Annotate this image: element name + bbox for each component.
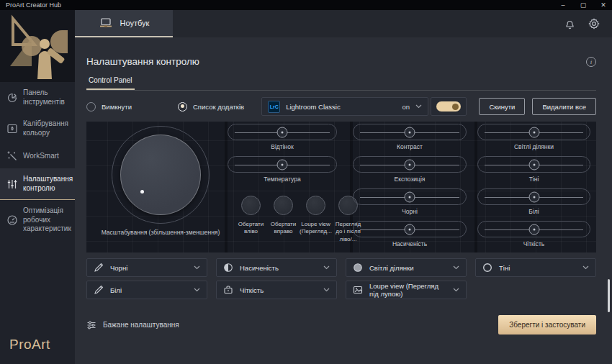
slider-handle[interactable] <box>528 159 539 170</box>
app-name: Lightroom Classic <box>286 103 341 111</box>
slider-handle[interactable] <box>528 191 539 202</box>
maximize-icon[interactable]: ▢ <box>579 1 588 9</box>
function-dropdowns: Чорні Насиченість Світлі ділянки <box>86 258 596 299</box>
controls-row: Вимкнути Список додатків LrC Lightroom C… <box>86 97 596 116</box>
sidebar-item-color-calibration[interactable]: Калібрування кольору <box>0 113 75 144</box>
radio-circle-selected-icon <box>178 102 187 112</box>
dropdown-clarity[interactable]: Чіткість <box>216 281 337 299</box>
delete-all-button[interactable]: Видалити все <box>532 98 596 115</box>
dashboard-icon <box>6 92 18 104</box>
rotate-left-button[interactable]: Обертати вліво <box>235 188 267 243</box>
sidebar-item-label: WorkSmart <box>23 152 59 161</box>
sidebar-item-worksmart[interactable]: WorkSmart <box>0 144 75 168</box>
sidebar-item-label: Панель інструментів <box>23 88 72 106</box>
sidebar: Панель інструментів Калібрування кольору… <box>0 10 75 364</box>
proart-logo: ProArt <box>0 337 75 364</box>
slider-handle[interactable] <box>405 224 415 235</box>
slider-clarity: Чіткість <box>477 221 590 248</box>
sidebar-item-label: Оптимізація робочих характеристик <box>23 206 72 234</box>
info-icon[interactable]: i <box>586 57 596 67</box>
tab-strip: Control Panel <box>86 76 596 91</box>
rotate-right-button[interactable]: Обертати вправо <box>267 188 300 243</box>
round-button-icon <box>306 196 325 215</box>
slider-exposure: Експозиція <box>353 156 467 183</box>
image-icon <box>353 285 363 295</box>
dropdown-saturation[interactable]: Насиченість <box>216 258 337 277</box>
app-selector: LrC Lightroom Classic on <box>261 97 467 116</box>
chevron-down-icon <box>415 104 422 109</box>
settings-gear-icon[interactable] <box>588 17 600 30</box>
app-enabled-toggle[interactable] <box>436 101 461 112</box>
magic-wand-icon <box>6 150 18 162</box>
sidebar-item-dashboard[interactable]: Панель інструментів <box>0 82 75 113</box>
slider-blacks: Чорні <box>353 188 467 216</box>
slider-handle[interactable] <box>277 127 288 137</box>
sidebar-item-performance[interactable]: Оптимізація робочих характеристик <box>0 200 75 240</box>
slider-column-3: Світлі ділянки Тіні Білі Чіткість <box>477 122 590 248</box>
laptop-icon <box>99 17 113 29</box>
save-apply-button[interactable]: Зберегти і застосувати <box>498 315 596 335</box>
dropdown-highlights[interactable]: Світлі ділянки <box>346 258 467 277</box>
zoom-dial[interactable] <box>120 135 201 215</box>
slider-handle[interactable] <box>405 127 415 137</box>
slider-whites: Білі <box>477 188 590 216</box>
slider-handle[interactable] <box>405 159 415 170</box>
dropdown-loupe-view[interactable]: Loupe view (Перегляд під лупою) <box>346 281 467 299</box>
loupe-view-button[interactable]: Loupe view (Перегляд... <box>300 188 332 243</box>
zoom-dial-ring <box>112 126 210 224</box>
clarity-icon <box>223 285 233 295</box>
radio-circle-icon <box>86 102 96 112</box>
highlights-icon <box>353 263 363 273</box>
slider-column-2: Контраст Експозиція Чорні Насиченість <box>353 122 467 248</box>
preferred-settings-link[interactable]: Бажане налаштування <box>86 320 179 330</box>
vertical-scrollbar[interactable] <box>608 279 610 312</box>
app-dropdown[interactable]: LrC Lightroom Classic on <box>261 97 428 116</box>
dropdown-shadows[interactable]: Тіні <box>475 258 596 277</box>
dropdown-whites[interactable]: Білі <box>86 281 207 299</box>
radio-disable[interactable]: Вимкнути <box>86 102 132 112</box>
slider-temperature: Температура <box>228 156 337 183</box>
sidebar-item-control-settings[interactable]: Налаштування контролю <box>0 168 75 200</box>
radio-app-list[interactable]: Список додатків <box>178 102 244 112</box>
slider-handle[interactable] <box>528 127 539 137</box>
dial-indicator-dot <box>140 190 144 194</box>
slider-highlights: Світлі ділянки <box>477 124 590 151</box>
chevron-down-icon <box>323 265 330 270</box>
slider-shadows: Тіні <box>477 156 590 183</box>
tab-notebook[interactable]: Ноутбук <box>75 10 173 37</box>
titlebar: ProArt Creator Hub – ▢ ✕ <box>0 0 612 10</box>
slider-handle[interactable] <box>277 159 288 170</box>
chevron-down-icon <box>194 288 200 292</box>
chevron-down-icon <box>194 265 200 270</box>
zoom-dial-label: Масштабування (збільшення-зменшення) <box>92 229 229 236</box>
notifications-bell-icon[interactable] <box>564 18 576 30</box>
faders-icon <box>6 178 18 190</box>
control-mapping-panel: Масштабування (збільшення-зменшення) Від… <box>86 122 596 252</box>
slider-handle[interactable] <box>528 224 539 235</box>
lightroom-classic-icon: LrC <box>268 101 280 113</box>
chevron-down-icon <box>453 265 459 270</box>
close-icon[interactable]: ✕ <box>599 1 608 9</box>
slider-handle[interactable] <box>405 191 415 202</box>
radio-app-list-label: Список додатків <box>193 103 244 111</box>
chevron-down-icon <box>323 288 330 292</box>
slider-column-1: Відтінок Температура <box>228 122 337 183</box>
window-title: ProArt Creator Hub <box>6 1 61 9</box>
reset-button[interactable]: Скинути <box>479 98 525 115</box>
tab-notebook-label: Ноутбук <box>120 19 150 27</box>
slider-saturation: Насиченість <box>353 221 467 248</box>
main-header: Ноутбук <box>75 10 612 37</box>
dropdown-blacks[interactable]: Чорні <box>86 258 207 277</box>
app-toggle-container <box>431 97 467 116</box>
round-button-icon <box>274 196 293 215</box>
pencil-icon <box>94 285 104 295</box>
chevron-down-icon <box>582 265 589 270</box>
tab-control-panel[interactable]: Control Panel <box>86 76 135 90</box>
minimize-icon[interactable]: – <box>559 1 567 9</box>
radio-disable-label: Вимкнути <box>102 103 132 111</box>
app-state: on <box>402 103 410 111</box>
sidebar-item-label: Налаштування контролю <box>23 175 73 193</box>
preset-sliders-icon <box>86 320 96 330</box>
dial-function-buttons: Обертати вліво Обертати вправо Loupe vie… <box>235 188 364 243</box>
window-controls: – ▢ ✕ <box>559 0 608 10</box>
